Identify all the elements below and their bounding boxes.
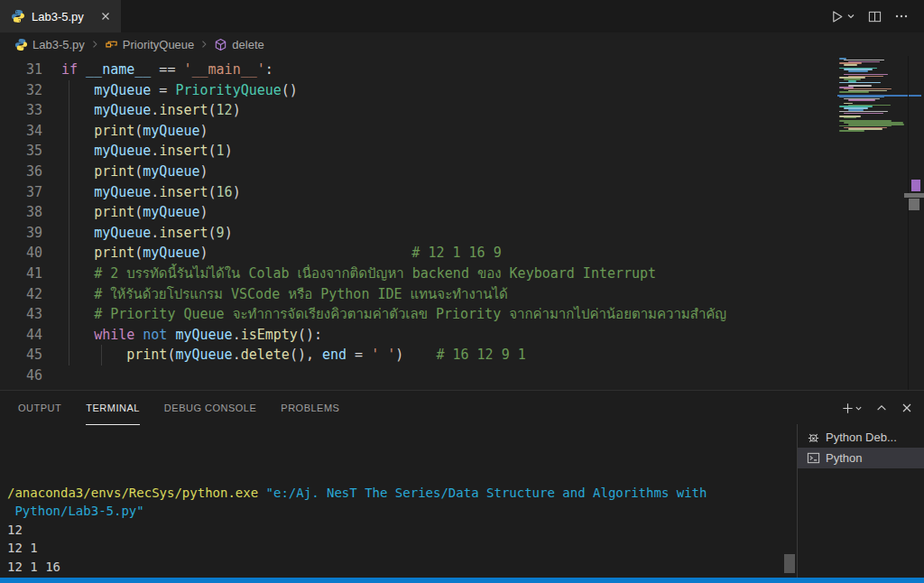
- code-line-31[interactable]: 31if __name__ == '__main__':: [0, 60, 726, 80]
- line-number[interactable]: 45: [0, 345, 42, 366]
- minimap-highlight-line: [837, 95, 921, 97]
- code-text: [42, 366, 61, 386]
- code-line-32[interactable]: 32 myQueue = PriorityQueue(): [0, 80, 726, 101]
- code-line-46[interactable]: 46: [0, 366, 726, 386]
- breadcrumb-class-label: PriorityQueue: [123, 38, 194, 51]
- vscode-window: Lab3-5.py: [0, 0, 924, 583]
- code-text: myQueue = PriorityQueue(): [42, 80, 298, 101]
- run-dropdown-chevron-icon: [846, 12, 855, 21]
- code-text: print(myQueue): [42, 121, 208, 142]
- code-line-35[interactable]: 35 myQueue.insert(1): [0, 141, 726, 162]
- line-number[interactable]: 34: [0, 121, 42, 142]
- editor-scrollbar-mark[interactable]: [904, 193, 924, 198]
- terminal-line: Python/Lab3-5.py": [7, 502, 797, 521]
- code-text: if __name__ == '__main__':: [42, 60, 273, 80]
- terminal-list-sidebar: Python Deb... Python: [797, 424, 924, 578]
- code-line-42[interactable]: 42 # ให้รันด้วยโปรแกรม VSCode หรือ Pytho…: [0, 284, 726, 305]
- line-number[interactable]: 40: [0, 243, 42, 264]
- panel-tab-debug-console[interactable]: DEBUG CONSOLE: [164, 391, 256, 425]
- terminal-list-item-python-debug[interactable]: Python Deb...: [798, 427, 924, 448]
- maximize-panel-button[interactable]: [873, 400, 890, 416]
- line-number[interactable]: 43: [0, 304, 42, 325]
- split-editor-button[interactable]: [865, 7, 884, 26]
- code-text: print(myQueue): [42, 162, 208, 182]
- line-number[interactable]: 39: [0, 223, 42, 244]
- code-text: # Priority Queue จะทำการจัดเรียงคิวตามค่…: [42, 304, 726, 325]
- code-line-40[interactable]: 40 print(myQueue) # 12 1 16 9: [0, 243, 726, 264]
- chevron-right-icon: [199, 39, 209, 50]
- breadcrumb-method-label: delete: [232, 38, 263, 51]
- code-text: myQueue.insert(9): [42, 223, 233, 244]
- line-number[interactable]: 31: [0, 60, 42, 80]
- new-terminal-button[interactable]: [839, 400, 864, 417]
- more-actions-button[interactable]: [892, 6, 911, 26]
- symbol-class-icon: [105, 38, 118, 51]
- chevron-right-icon: [89, 39, 100, 50]
- code-line-39[interactable]: 39 myQueue.insert(9): [0, 223, 726, 244]
- debug-icon: [807, 430, 820, 444]
- breadcrumb-file[interactable]: Lab3-5.py: [14, 38, 85, 51]
- panel-tabs: OUTPUTTERMINALDEBUG CONSOLEPROBLEMS: [18, 391, 364, 425]
- code-line-33[interactable]: 33 myQueue.insert(12): [0, 100, 726, 121]
- code-editor[interactable]: 31if __name__ == '__main__':32 myQueue =…: [0, 56, 924, 390]
- line-number[interactable]: 46: [0, 366, 42, 386]
- panel-tab-problems[interactable]: PROBLEMS: [281, 391, 339, 425]
- terminal-icon: [807, 451, 820, 465]
- panel-actions: [839, 400, 915, 417]
- line-number[interactable]: 32: [0, 80, 42, 101]
- terminal-line: /anaconda3/envs/RecSys/python.exe "e:/Aj…: [7, 484, 797, 503]
- new-terminal-dropdown-icon: [855, 404, 863, 412]
- code-line-43[interactable]: 43 # Priority Queue จะทำการจัดเรียงคิวตา…: [0, 304, 726, 325]
- code-text: print(myQueue) # 12 1 16 9: [42, 243, 502, 264]
- python-file-icon: [14, 38, 28, 51]
- editor-actions: [827, 0, 924, 32]
- editor-tab-bar: Lab3-5.py: [0, 0, 924, 32]
- symbol-method-icon: [214, 38, 227, 51]
- breadcrumb-class[interactable]: PriorityQueue: [105, 38, 194, 51]
- code-line-37[interactable]: 37 myQueue.insert(16): [0, 182, 726, 203]
- terminal-scrollbar-thumb[interactable]: [784, 554, 795, 573]
- terminal-line: 12 1: [7, 539, 797, 558]
- overview-ruler-divider: [908, 56, 909, 390]
- code-line-36[interactable]: 36 print(myQueue): [0, 162, 726, 182]
- terminal-line: 12 1 16: [7, 558, 797, 577]
- terminal-output[interactable]: /anaconda3/envs/RecSys/python.exe "e:/Aj…: [0, 424, 797, 578]
- bottom-panel: OUTPUTTERMINALDEBUG CONSOLEPROBLEMS /ana…: [0, 390, 924, 578]
- panel-tab-terminal[interactable]: TERMINAL: [86, 391, 140, 425]
- code-text: # 2 บรรทัดนี้รันไม่ได้ใน Colab เนื่องจาก…: [42, 264, 656, 284]
- code-text: while not myQueue.isEmpty():: [42, 325, 322, 346]
- tab-lab3-5[interactable]: Lab3-5.py: [0, 0, 121, 32]
- line-number[interactable]: 42: [0, 284, 42, 305]
- code-line-38[interactable]: 38 print(myQueue): [0, 202, 726, 223]
- line-number[interactable]: 41: [0, 264, 42, 284]
- minimap[interactable]: [837, 56, 908, 390]
- breadcrumb-file-label: Lab3-5.py: [32, 38, 85, 51]
- terminal-list-item-python[interactable]: Python: [798, 448, 924, 468]
- terminal-list-label: Python: [826, 451, 862, 465]
- code-line-44[interactable]: 44 while not myQueue.isEmpty():: [0, 325, 726, 346]
- code-line-41[interactable]: 41 # 2 บรรทัดนี้รันไม่ได้ใน Colab เนื่อง…: [0, 264, 726, 284]
- code-text: print(myQueue.delete(), end = ' ') # 16 …: [42, 345, 526, 366]
- line-number[interactable]: 35: [0, 141, 42, 162]
- close-panel-button[interactable]: [899, 400, 915, 416]
- code-line-34[interactable]: 34 print(myQueue): [0, 121, 726, 142]
- code-line-45[interactable]: 45 print(myQueue.delete(), end = ' ') # …: [0, 345, 726, 366]
- terminal-list-label: Python Deb...: [826, 430, 897, 444]
- status-bar[interactable]: [0, 578, 924, 583]
- python-file-icon: [11, 9, 25, 23]
- editor-scrollbar-thumb[interactable]: [909, 199, 919, 210]
- line-number[interactable]: 38: [0, 202, 42, 223]
- line-number[interactable]: 36: [0, 162, 42, 182]
- breadcrumb: Lab3-5.py PriorityQueue delete: [0, 32, 924, 56]
- run-python-file-button[interactable]: [827, 6, 858, 27]
- line-number[interactable]: 33: [0, 100, 42, 121]
- breadcrumb-method[interactable]: delete: [214, 38, 263, 51]
- panel-body: /anaconda3/envs/RecSys/python.exe "e:/Aj…: [0, 424, 924, 578]
- code-text: myQueue.insert(1): [42, 141, 233, 162]
- code-text: # ให้รันด้วยโปรแกรม VSCode หรือ Python I…: [42, 284, 508, 305]
- tab-close-icon[interactable]: [99, 10, 112, 23]
- code-text: print(myQueue): [42, 202, 208, 223]
- line-number[interactable]: 37: [0, 182, 42, 203]
- panel-tab-output[interactable]: OUTPUT: [18, 391, 61, 425]
- line-number[interactable]: 44: [0, 325, 42, 346]
